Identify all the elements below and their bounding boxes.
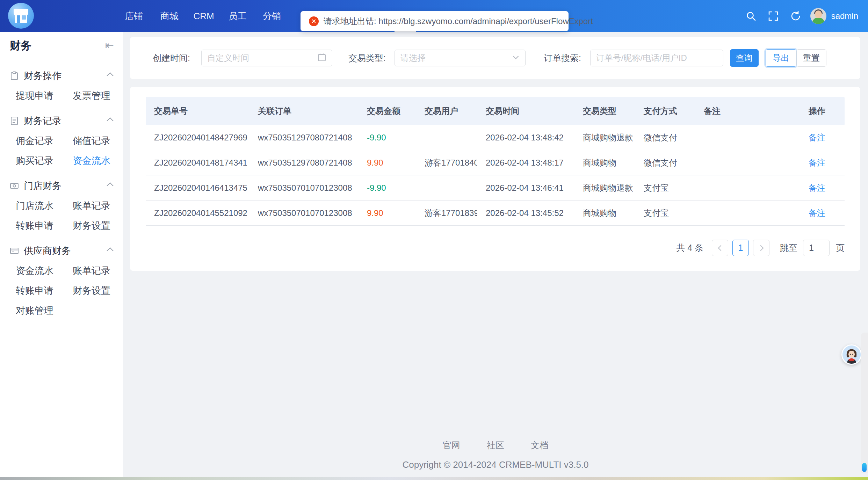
sidebar-section-header[interactable]: 门店财务 [0,176,123,196]
fullscreen-icon[interactable] [766,8,781,24]
clipboard-icon [10,71,19,80]
sidebar-item-supplier-transfer-apply[interactable]: 转账申请 [16,281,73,301]
sidebar-item-purchase-records[interactable]: 购买记录 [16,151,73,171]
trade-type-select[interactable] [395,50,526,66]
girl-avatar-icon [842,346,861,364]
sidebar-item-finance-settings[interactable]: 财务设置 [73,216,123,236]
trade-type-label: 交易类型: [348,52,386,64]
scrollbar-track[interactable] [861,333,868,473]
username-label[interactable]: sadmin [831,11,858,21]
table-row: ZJ202602040146413475 wx75035070107012300… [146,175,845,201]
footer-link-official-site[interactable]: 官网 [443,439,460,451]
sidebar-item-bill-records[interactable]: 账单记录 [73,196,123,216]
page-number-button[interactable]: 1 [732,240,749,256]
sidebar-item-transfer-apply[interactable]: 转账申请 [16,216,73,236]
sidebar-item-funds-flow[interactable]: 资金流水 [73,151,123,171]
cell-order-no: wx750351297080721408 [249,133,359,143]
search-icon[interactable] [743,8,759,24]
cell-user: 游客1770183952 [416,208,477,219]
cell-order-no: wx750350701070123008 [249,208,359,218]
create-time-label: 创建时间: [153,52,190,64]
page-suffix-label: 页 [836,242,845,254]
remark-action-link[interactable]: 备注 [800,132,836,143]
chevron-left-icon [718,245,724,251]
footer: 官网 社区 文档 Copyright © 2014-2024 CRMEB-MUL… [123,439,868,470]
chevron-down-icon [512,53,520,63]
footer-link-community[interactable]: 社区 [487,439,504,451]
scrollbar-thumb[interactable] [862,463,867,472]
nav-item-mall[interactable]: 商城 [160,0,179,32]
filter-bar: 创建时间: 交易类型: 订单搜索: 查询 导出 重置 [130,37,860,79]
remark-action-link[interactable]: 备注 [800,208,836,219]
order-search-input[interactable] [590,50,723,66]
reset-button[interactable]: 重置 [796,49,826,67]
cell-user: 游客1770184097 [416,157,477,168]
sidebar-item-supplier-bill-records[interactable]: 账单记录 [73,261,123,281]
sidebar-section-supplier-finance: 供应商财务 资金流水 账单记录 转账申请 财务设置 对账管理 [0,241,123,321]
nav-item-distribution[interactable]: 分销 [263,0,281,32]
sidebar-divider [6,59,117,59]
export-button[interactable]: 导出 [766,49,796,67]
col-trade-no: 交易单号 [146,106,249,117]
sidebar-item-reconciliation-mgmt[interactable]: 对账管理 [16,301,73,321]
funds-flow-table-card: 交易单号 关联订单 交易金额 交易用户 交易时间 交易类型 支付方式 备注 操作… [130,87,860,271]
sidebar-item-stored-value-records[interactable]: 储值记录 [73,131,123,151]
chevron-up-icon [107,117,114,124]
cell-order-no: wx750351297080721408 [249,158,359,168]
sidebar-item-supplier-finance-settings[interactable]: 财务设置 [73,281,123,301]
sidebar-section-header[interactable]: 财务操作 [0,66,123,86]
nav-item-crm[interactable]: CRM [193,0,214,32]
sidebar-section-header[interactable]: 供应商财务 [0,241,123,261]
cell-order-no: wx750350701070123008 [249,183,359,193]
prev-page-button[interactable] [712,240,728,256]
error-circle-icon: ✕ [309,16,319,26]
screen-bottom-edge [0,477,868,480]
chevron-up-icon [107,247,114,254]
col-type: 交易类型 [574,106,635,117]
chevron-up-icon [107,182,114,189]
sidebar-item-supplier-funds-flow[interactable]: 资金流水 [16,261,73,281]
next-page-button[interactable] [753,240,769,256]
customer-service-avatar[interactable] [841,344,862,365]
col-order-no: 关联订单 [249,106,359,117]
sidebar-item-commission-records[interactable]: 佣金记录 [16,131,73,151]
cell-amount: 9.90 [359,208,416,218]
user-avatar[interactable] [810,8,826,24]
cell-pay-method: 支付宝 [635,208,695,219]
section-label: 门店财务 [24,180,62,192]
pagination-total: 共 4 条 [676,242,703,254]
nav-item-shop[interactable]: 店铺 [125,0,143,32]
remark-action-link[interactable]: 备注 [800,182,836,194]
cell-type: 商城购物 [574,157,635,168]
create-time-field[interactable] [207,53,317,63]
jump-to-label: 跳至 [780,242,797,254]
sidebar-section-finance-ops: 财务操作 提现申请 发票管理 [0,66,123,106]
cell-time: 2026-02-04 13:45:52 [477,208,574,218]
col-actions: 操作 [800,106,836,117]
jump-to-page-input[interactable] [803,240,830,256]
trade-type-field[interactable] [400,53,512,63]
sidebar-item-store-flow[interactable]: 门店流水 [16,196,73,216]
footer-link-docs[interactable]: 文档 [531,439,548,451]
cell-pay-method: 微信支付 [635,132,695,143]
refresh-icon[interactable] [788,8,803,24]
sidebar-collapse-icon[interactable]: ⇤ [105,39,114,51]
nav-item-staff[interactable]: 员工 [229,0,247,32]
chevron-up-icon [107,72,114,79]
order-search-field[interactable] [596,53,717,63]
remark-action-link[interactable]: 备注 [800,157,836,168]
cell-trade-no: ZJ202602040148427969 [146,133,249,143]
sidebar-section-store-finance: 门店财务 门店流水 账单记录 转账申请 财务设置 [0,176,123,236]
cell-trade-no: ZJ202602040145521092 [146,208,249,218]
sidebar-item-invoice-mgmt[interactable]: 发票管理 [73,86,123,106]
avatar-face [815,10,822,18]
sidebar: 财务 ⇤ 财务操作 提现申请 发票管理 财务记录 [0,32,123,477]
card-icon [10,246,19,255]
sidebar-section-header[interactable]: 财务记录 [0,111,123,131]
app-logo[interactable] [8,3,34,29]
document-icon [10,116,19,125]
create-time-input[interactable] [201,50,332,66]
order-search-label: 订单搜索: [544,52,581,64]
query-button[interactable]: 查询 [730,49,759,67]
sidebar-item-withdraw-apply[interactable]: 提现申请 [16,86,73,106]
